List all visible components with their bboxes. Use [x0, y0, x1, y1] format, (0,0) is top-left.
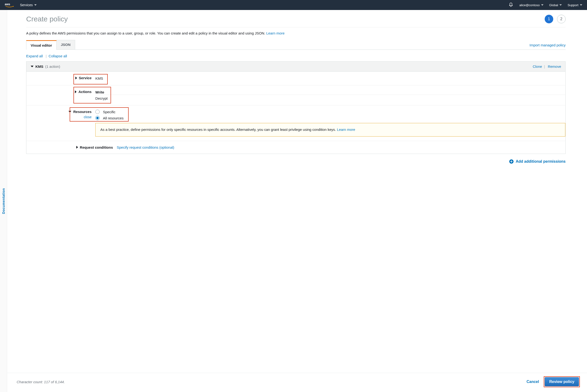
service-row: Service KMS: [26, 72, 565, 86]
aws-logo[interactable]: aws: [5, 2, 14, 8]
conditions-label: Request conditions: [80, 145, 113, 150]
step-2[interactable]: 2: [557, 15, 566, 23]
cancel-button[interactable]: Cancel: [527, 380, 539, 384]
caret-down-icon: [31, 66, 33, 67]
block-service-name: KMS: [35, 64, 43, 68]
add-permissions-link[interactable]: Add additional permissions: [26, 159, 566, 164]
actions-category: Write: [95, 90, 565, 95]
actions-toggle[interactable]: Actions: [75, 90, 91, 94]
plus-circle-icon: [509, 159, 514, 164]
intro-text: A policy defines the AWS permissions tha…: [26, 31, 566, 35]
actions-row: Actions Write Decrypt: [26, 86, 565, 105]
region-label: Global: [549, 3, 558, 7]
radio-all-label: All resources: [103, 116, 124, 120]
expand-collapse-bar: Expand all | Collapse all: [26, 54, 566, 58]
footer: Character count: 117 of 6,144. Cancel Re…: [7, 373, 587, 392]
warning-text: As a best practice, define permissions f…: [100, 128, 337, 132]
separator: |: [46, 54, 46, 58]
region-menu[interactable]: Global: [549, 3, 562, 7]
intro-body: A policy defines the AWS permissions tha…: [26, 31, 266, 35]
service-value: KMS: [95, 76, 565, 81]
top-nav: aws Services alice@contoso Global Suppor…: [0, 0, 587, 10]
caret-right-icon: [76, 146, 78, 149]
documentation-tab[interactable]: Documentation: [0, 10, 7, 392]
permission-block-header[interactable]: KMS (1 action) Clone | Remove: [26, 62, 565, 72]
caret-right-icon: [75, 90, 76, 93]
conditions-row: Request conditions Specify request condi…: [26, 141, 565, 154]
collapse-all-link[interactable]: Collapse all: [48, 54, 67, 58]
character-count: Character count: 117 of 6,144.: [17, 380, 65, 384]
service-label: Service: [79, 76, 91, 80]
chevron-down-icon: [34, 4, 37, 6]
chevron-down-icon: [560, 4, 562, 6]
actions-item: Decrypt: [95, 96, 565, 101]
expand-all-link[interactable]: Expand all: [26, 54, 43, 58]
add-permissions-label: Add additional permissions: [516, 159, 566, 164]
chevron-down-icon: [580, 4, 582, 6]
permission-block: KMS (1 action) Clone | Remove: [26, 61, 566, 154]
services-label: Services: [20, 3, 33, 7]
account-menu[interactable]: alice@contoso: [519, 3, 543, 7]
radio-specific-label: Specific: [103, 110, 115, 114]
clone-link[interactable]: Clone: [533, 64, 542, 68]
actions-label: Actions: [78, 90, 91, 94]
notifications-icon[interactable]: [508, 2, 514, 8]
resources-label: Resources: [73, 110, 91, 114]
resources-toggle[interactable]: Resources: [68, 110, 91, 114]
service-toggle[interactable]: Service: [75, 76, 91, 80]
warning-learn-more-link[interactable]: Learn more: [337, 128, 355, 132]
support-label: Support: [568, 3, 579, 7]
separator: |: [544, 64, 545, 68]
import-managed-policy-link[interactable]: Import managed policy: [530, 43, 566, 50]
chevron-down-icon: [541, 4, 544, 6]
documentation-label: Documentation: [2, 188, 5, 214]
step-1[interactable]: 1: [545, 15, 553, 23]
services-menu[interactable]: Services: [20, 3, 37, 7]
block-action-count: (1 action): [45, 64, 60, 68]
support-menu[interactable]: Support: [568, 3, 582, 7]
review-policy-button[interactable]: Review policy: [545, 377, 579, 386]
resources-close-link[interactable]: close: [84, 115, 91, 119]
resources-row: Resources close Specific All resou: [26, 105, 565, 141]
radio-all-resources[interactable]: [95, 116, 100, 120]
radio-specific[interactable]: [95, 110, 100, 114]
conditions-toggle[interactable]: Request conditions: [76, 145, 113, 150]
tab-json[interactable]: JSON: [56, 40, 75, 50]
warning-callout: As a best practice, define permissions f…: [95, 123, 565, 136]
page-title: Create policy: [26, 15, 68, 23]
remove-link[interactable]: Remove: [548, 64, 561, 68]
learn-more-link[interactable]: Learn more: [266, 31, 285, 35]
editor-tabs: Visual editor JSON: [26, 40, 75, 50]
caret-down-icon: [68, 111, 71, 112]
divider: [26, 27, 566, 27]
conditions-specify-link[interactable]: Specify request conditions (optional): [117, 145, 174, 150]
tab-visual-editor[interactable]: Visual editor: [26, 40, 56, 50]
caret-right-icon: [75, 76, 77, 80]
radio-all-row[interactable]: All resources: [95, 116, 565, 120]
account-label: alice@contoso: [519, 3, 540, 7]
svg-text:aws: aws: [5, 2, 10, 6]
highlight-box: Review policy: [544, 376, 580, 387]
radio-specific-row[interactable]: Specific: [95, 110, 565, 114]
wizard-steps: 1 2: [545, 15, 566, 23]
